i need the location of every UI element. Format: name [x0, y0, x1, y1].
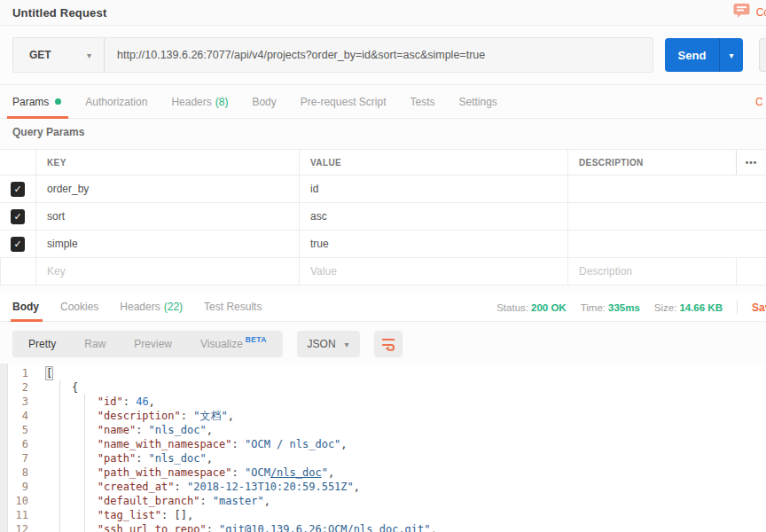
param-description-placeholder[interactable]: Description	[567, 258, 736, 285]
code-line[interactable]: 1[	[0, 366, 766, 380]
response-body-editor[interactable]: 1[2 {3 "id": 46,4 "description": "文档",5 …	[0, 364, 766, 532]
view-mode-preview[interactable]: Preview	[120, 331, 186, 357]
beta-badge: BETA	[246, 335, 267, 344]
check-icon: ✓	[13, 211, 21, 223]
headers-count-badge: (8)	[215, 96, 229, 108]
params-active-dot	[55, 98, 61, 105]
param-key[interactable]: simple	[35, 231, 299, 257]
check-icon: ✓	[13, 239, 21, 250]
comments-link[interactable]: Co	[756, 6, 766, 19]
code-line[interactable]: 10 "default_branch": "master",	[0, 494, 766, 508]
chevron-down-icon: ▾	[345, 340, 349, 349]
code-line[interactable]: 5 "name": "nls_doc",	[0, 423, 766, 437]
chevron-down-icon: ▾	[729, 51, 733, 60]
param-checkbox[interactable]: ✓	[11, 237, 25, 252]
view-mode-visualize[interactable]: Visualize BETA	[186, 331, 281, 357]
format-value: JSON	[308, 338, 336, 350]
tab-tests[interactable]: Tests	[410, 85, 434, 119]
indent-guide	[59, 380, 60, 532]
query-params-table: KEY VALUE DESCRIPTION ••• ✓ order_by id …	[0, 149, 766, 286]
tab-body[interactable]: Body	[252, 85, 276, 119]
code-line[interactable]: 2 {	[0, 380, 766, 395]
send-button[interactable]: Send ▾	[665, 38, 743, 72]
cookies-link[interactable]: C	[755, 85, 763, 119]
text-wrap-icon	[380, 337, 396, 351]
response-tab-cookies[interactable]: Cookies	[60, 293, 98, 322]
param-value[interactable]: asc	[299, 203, 567, 230]
tab-settings[interactable]: Settings	[459, 85, 497, 119]
code-line[interactable]: 4 "description": "文档",	[0, 409, 766, 423]
param-value[interactable]: true	[299, 231, 567, 257]
query-params-heading: Query Params	[12, 126, 84, 138]
param-key-placeholder[interactable]: Key	[35, 258, 299, 285]
save-response-button[interactable]: Save R	[752, 301, 766, 314]
code-line[interactable]: 9 "created_at": "2018-12-13T10:20:59.551…	[0, 480, 766, 494]
size-badge: Size:14.66 KB	[654, 302, 723, 313]
code-line[interactable]: 12 "ssh_url_to_repo": "git@10.139.6.26:O…	[0, 522, 766, 532]
request-title: Untitled Request	[12, 6, 106, 20]
wrap-text-button[interactable]	[374, 331, 403, 357]
param-value-placeholder[interactable]: Value	[299, 258, 567, 285]
param-row: ✓ simple true	[0, 231, 766, 258]
request-title-bar: Untitled Request Co	[0, 0, 766, 26]
response-meta: Status:200 OK Time:335ms Size:14.66 KB S…	[496, 293, 766, 322]
param-key[interactable]: order_by	[35, 176, 299, 202]
code-line[interactable]: 7 "path": "nls_doc",	[0, 451, 766, 466]
param-checkbox[interactable]: ✓	[11, 182, 25, 197]
col-description: DESCRIPTION	[567, 150, 736, 175]
response-tab-headers[interactable]: Headers (22)	[120, 293, 183, 322]
code-line[interactable]: 3 "id": 46,	[0, 395, 766, 409]
param-description[interactable]	[567, 231, 736, 257]
param-key[interactable]: sort	[35, 203, 299, 230]
tab-params[interactable]: Params	[12, 85, 61, 119]
view-mode-group: Pretty Raw Preview Visualize BETA	[12, 331, 283, 357]
param-row-new: Key Value Description	[0, 258, 766, 286]
response-tab-test-results[interactable]: Test Results	[204, 293, 262, 322]
param-description[interactable]	[567, 203, 736, 230]
tab-headers[interactable]: Headers (8)	[171, 85, 228, 119]
chevron-down-icon: ▾	[87, 51, 91, 60]
code-line[interactable]: 8 "path_with_namespace": "OCM/nls_doc",	[0, 466, 766, 480]
response-headers-count-badge: (22)	[164, 301, 183, 313]
param-value[interactable]: id	[299, 176, 567, 202]
params-header-row: KEY VALUE DESCRIPTION •••	[0, 149, 766, 176]
save-button-partial[interactable]	[759, 38, 766, 72]
param-row: ✓ sort asc	[0, 203, 766, 231]
param-row: ✓ order_by id	[0, 176, 766, 203]
response-tab-body[interactable]: Body	[12, 293, 39, 322]
request-builder-row: GET ▾ Send ▾	[0, 26, 766, 85]
divider	[737, 301, 738, 315]
view-mode-raw[interactable]: Raw	[70, 331, 120, 357]
select-all-cell	[0, 150, 35, 175]
check-icon: ✓	[13, 184, 21, 195]
indent-guide	[84, 395, 85, 532]
request-tabs: Params Authorization Headers (8) Body Pr…	[0, 85, 766, 119]
tab-authorization[interactable]: Authorization	[85, 85, 147, 119]
send-options-button[interactable]: ▾	[719, 38, 743, 72]
code-line[interactable]: 6 "name_with_namespace": "OCM / nls_doc"…	[0, 437, 766, 451]
param-checkbox[interactable]: ✓	[11, 209, 25, 224]
method-select[interactable]: GET ▾	[12, 37, 105, 73]
col-key: KEY	[35, 150, 299, 175]
bulk-edit-menu-icon[interactable]: •••	[736, 150, 766, 175]
format-select[interactable]: JSON ▾	[297, 331, 360, 357]
response-viewer-toolbar: Pretty Raw Preview Visualize BETA JSON ▾	[12, 331, 403, 357]
url-input[interactable]	[105, 37, 653, 73]
tab-pre-request-script[interactable]: Pre-request Script	[301, 85, 387, 119]
time-badge: Time:335ms	[581, 302, 640, 313]
method-value: GET	[29, 49, 51, 61]
editor-left-gutter-strip	[0, 364, 8, 532]
comment-icon[interactable]	[733, 3, 750, 22]
param-description[interactable]	[567, 176, 736, 202]
col-value: VALUE	[299, 150, 567, 175]
code-lines[interactable]: 1[2 {3 "id": 46,4 "description": "文档",5 …	[0, 364, 766, 532]
status-badge: Status:200 OK	[496, 302, 566, 313]
postman-request-view: Untitled Request Co GET ▾ Send ▾	[0, 0, 766, 532]
view-mode-pretty[interactable]: Pretty	[14, 331, 70, 357]
send-button-label[interactable]: Send	[665, 38, 719, 72]
code-line[interactable]: 11 "tag_list": [],	[0, 508, 766, 522]
